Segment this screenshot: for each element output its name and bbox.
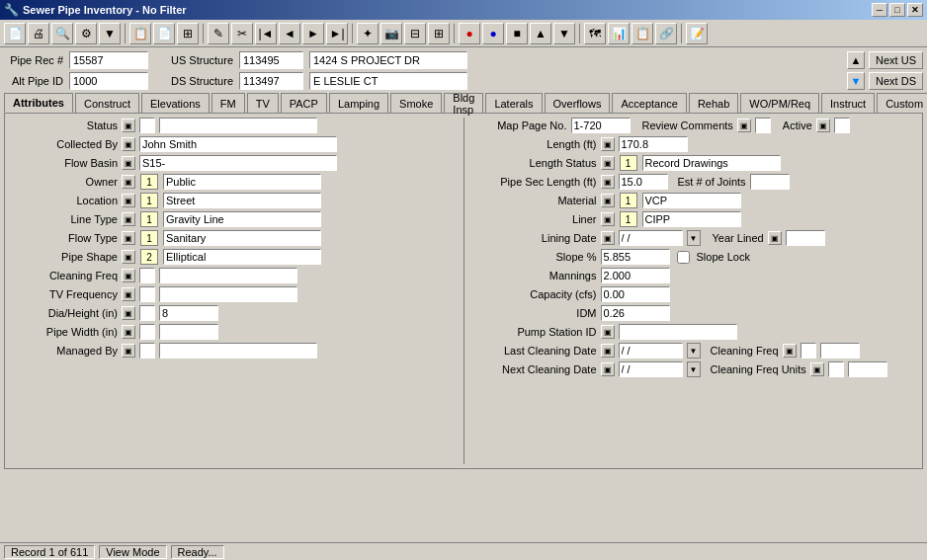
maximize-btn[interactable]: □ (889, 3, 905, 17)
cut-btn[interactable]: ✂ (231, 23, 253, 44)
owner-input[interactable] (163, 174, 321, 190)
alt-pipe-id-input[interactable] (69, 72, 148, 90)
mannings-input[interactable] (601, 268, 670, 283)
next-cleaning-input[interactable] (619, 361, 683, 377)
liner-icon-btn[interactable]: ▣ (601, 212, 615, 226)
pipe-rec-input[interactable] (69, 51, 148, 69)
liner-input[interactable] (642, 211, 741, 227)
print-btn[interactable]: 🖨 (28, 23, 49, 44)
grid-btn[interactable]: ⊞ (177, 23, 199, 44)
blue-btn[interactable]: ● (482, 23, 504, 44)
photo-btn[interactable]: 📷 (380, 23, 402, 44)
tab-instruct[interactable]: Instruct (821, 93, 875, 113)
material-input[interactable] (642, 193, 741, 208)
cleaning-freq-right-icon[interactable]: ▣ (783, 344, 797, 358)
location-input[interactable] (163, 193, 321, 208)
active-input[interactable] (834, 118, 850, 133)
status-input[interactable] (159, 118, 317, 133)
search-btn[interactable]: 🔍 (51, 23, 73, 44)
length-icon-btn[interactable]: ▣ (601, 137, 615, 151)
status-icon-btn[interactable]: ▣ (122, 119, 135, 132)
paste-btn[interactable]: 📄 (153, 23, 175, 44)
next-us-btn[interactable]: Next US (869, 51, 923, 69)
tab-custom[interactable]: Custom (877, 93, 927, 113)
collected-by-icon-btn[interactable]: ▣ (122, 137, 135, 151)
tab-laterals[interactable]: Laterals (485, 93, 542, 113)
us-address-input[interactable] (309, 51, 467, 69)
dia-height-icon-btn[interactable]: ▣ (122, 306, 135, 320)
line-type-icon-btn[interactable]: ▣ (122, 212, 135, 226)
tab-smoke[interactable]: Smoke (390, 93, 442, 113)
slope-lock-checkbox[interactable] (677, 251, 690, 264)
flow-type-icon-btn[interactable]: ▣ (122, 231, 135, 245)
cleaning-freq-units-input[interactable] (828, 361, 844, 377)
pipe-sec-length-icon-btn[interactable]: ▣ (601, 175, 615, 189)
dia-height-input[interactable] (139, 305, 155, 321)
flow-type-input[interactable] (163, 230, 321, 246)
cleaning-freq-units-value[interactable] (848, 361, 887, 377)
flow-basin-input[interactable] (139, 155, 337, 171)
length-status-input[interactable] (642, 155, 781, 171)
cleaning-freq-right-value[interactable] (820, 343, 860, 359)
chart-btn[interactable]: 📊 (608, 23, 630, 44)
tv-frequency-input[interactable] (139, 286, 155, 302)
slope-input[interactable] (601, 249, 670, 265)
tab-rehab[interactable]: Rehab (689, 93, 738, 113)
black-btn[interactable]: ■ (506, 23, 528, 44)
length-input[interactable] (619, 136, 688, 152)
tab-fm[interactable]: FM (211, 93, 245, 113)
review-comments-icon-btn[interactable]: ▣ (737, 119, 751, 132)
owner-icon-btn[interactable]: ▣ (122, 175, 135, 189)
map-btn[interactable]: 🗺 (584, 23, 606, 44)
doc-btn[interactable]: 📝 (686, 23, 708, 44)
next-cleaning-icon-btn[interactable]: ▣ (601, 362, 615, 376)
tab-bldg-insp[interactable]: Bldg Insp (444, 93, 483, 113)
tab-elevations[interactable]: Elevations (141, 93, 210, 113)
tv-frequency-input2[interactable] (159, 286, 297, 302)
nav-prev[interactable]: ◄ (279, 23, 300, 44)
line-type-input[interactable] (163, 211, 321, 227)
close-btn[interactable]: ✕ (907, 3, 923, 17)
managed-by-input[interactable] (139, 343, 155, 359)
next-us-up-arrow[interactable]: ▲ (847, 51, 865, 69)
flow-basin-icon-btn[interactable]: ▣ (122, 156, 135, 170)
tab-pacp[interactable]: PACP (281, 93, 327, 113)
tools-btn[interactable]: ⚙ (75, 23, 97, 44)
managed-by-icon-btn[interactable]: ▣ (122, 344, 135, 358)
active-icon-btn[interactable]: ▣ (816, 119, 830, 132)
link-btn[interactable]: 🔗 (655, 23, 677, 44)
tab-attributes[interactable]: Attributes (4, 93, 73, 113)
capacity-input[interactable] (601, 286, 670, 302)
nav-next[interactable]: ► (302, 23, 324, 44)
map-page-input[interactable] (571, 118, 631, 133)
year-lined-icon-btn[interactable]: ▣ (768, 231, 782, 245)
material-icon-btn[interactable]: ▣ (601, 194, 615, 207)
star-btn[interactable]: ✦ (357, 23, 379, 44)
tab-acceptance[interactable]: Acceptance (612, 93, 686, 113)
plus-btn[interactable]: ⊞ (428, 23, 450, 44)
new-btn[interactable]: 📄 (4, 23, 26, 44)
pipe-width-value[interactable] (159, 324, 218, 340)
lining-date-input[interactable] (619, 230, 683, 246)
tab-construct[interactable]: Construct (75, 93, 139, 113)
nav-last[interactable]: ►| (326, 23, 348, 44)
ds-structure-input[interactable] (239, 72, 303, 90)
idm-input[interactable] (601, 305, 670, 321)
us-structure-input[interactable] (239, 51, 303, 69)
pipe-sec-length-input[interactable] (619, 174, 668, 190)
managed-by-value[interactable] (159, 343, 317, 359)
nav-first[interactable]: |◄ (255, 23, 277, 44)
tab-overflows[interactable]: Overflows (545, 93, 611, 113)
tab-lamping[interactable]: Lamping (329, 93, 388, 113)
tv-frequency-icon-btn[interactable]: ▣ (122, 287, 135, 301)
dia-height-value[interactable] (159, 305, 218, 321)
pipe-shape-icon-btn[interactable]: ▣ (122, 250, 135, 264)
next-cleaning-dropdown[interactable]: ▼ (687, 361, 701, 377)
status-flag[interactable] (139, 118, 155, 133)
tri-btn[interactable]: ▲ (530, 23, 551, 44)
list-btn[interactable]: 📋 (632, 23, 653, 44)
cleaning-freq-units-icon[interactable]: ▣ (810, 362, 824, 376)
minimize-btn[interactable]: ─ (872, 3, 887, 17)
collected-by-input[interactable] (139, 136, 337, 152)
tab-wo-pm-req[interactable]: WO/PM/Req (740, 93, 819, 113)
